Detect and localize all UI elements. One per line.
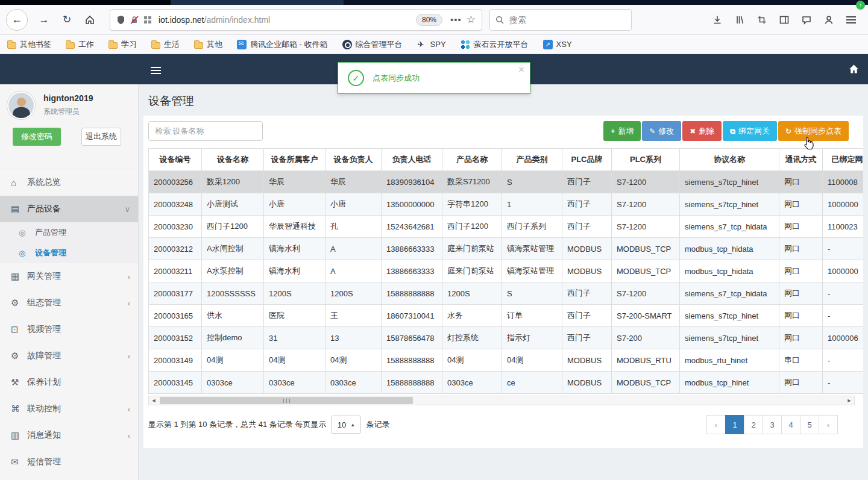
reload-button[interactable]: ↻ xyxy=(55,9,78,31)
table-row[interactable]: 200003211A水泵控制镇海水利A13886663333庭来门前泵站镇海泵站… xyxy=(149,260,864,282)
bookmark-item[interactable]: 其他书签 xyxy=(7,37,51,52)
bookmark-item[interactable]: 腾讯企业邮箱 - 收件箱 xyxy=(237,37,328,52)
page-button[interactable]: 2 xyxy=(744,415,763,434)
home-icon xyxy=(84,14,95,25)
url-bar[interactable]: iot.idosp.net/admin/index.html 80% ••• ☆ xyxy=(110,9,482,31)
library-icon[interactable] xyxy=(728,9,750,31)
column-header[interactable]: 协议名称 xyxy=(680,149,779,171)
table-row[interactable]: 20000314904测04测04测1588888888804测04测MODBU… xyxy=(149,349,864,372)
page-button[interactable]: 3 xyxy=(763,415,782,434)
zoom-indicator[interactable]: 80% xyxy=(416,14,442,26)
screenshot-icon[interactable] xyxy=(750,9,773,31)
column-header[interactable]: 负责人电话 xyxy=(382,149,442,171)
table-row[interactable]: 200003256数采1200华辰华辰18390936104数采S71200S西… xyxy=(149,171,864,193)
pocket-message-icon[interactable] xyxy=(795,9,817,31)
scrollbar-thumb[interactable] xyxy=(160,397,413,404)
table-row[interactable]: 2000031450303ce0303ce0303ce1588888888803… xyxy=(149,372,864,394)
bookmark-item[interactable]: 其他 xyxy=(194,37,222,52)
browser-home-button[interactable] xyxy=(78,9,101,31)
page-next-button[interactable]: › xyxy=(819,415,838,434)
shield-icon[interactable] xyxy=(116,15,125,25)
sidebar-toggle-icon[interactable] xyxy=(773,9,795,31)
menu-label: 故障管理 xyxy=(27,351,128,361)
table-row[interactable]: 2000031771200SSSSSS1200S1200S15888888888… xyxy=(149,282,864,305)
table-row[interactable]: 200003152控制demo311315878656478灯控系统指示灯西门子… xyxy=(149,327,864,349)
sidebar-item-产品设备[interactable]: ▤产品设备∨ xyxy=(0,196,139,222)
avatar[interactable] xyxy=(7,92,35,119)
table-cell: 1200S xyxy=(326,282,382,305)
bookmark-star-icon[interactable]: ☆ xyxy=(467,13,476,26)
account-icon[interactable] xyxy=(817,9,840,31)
table-cell: modbus_tcp_hidata xyxy=(680,238,779,260)
bookmark-item[interactable]: 综合管理平台 xyxy=(342,37,403,52)
column-header[interactable]: 通讯方式 xyxy=(779,149,823,171)
bookmark-item[interactable]: 萤石云开放平台 xyxy=(461,37,529,52)
table-row[interactable]: 200003230西门子1200华辰智通科技孔15243642681西门子120… xyxy=(149,216,864,238)
sidebar-item-视频管理[interactable]: ⊡视频管理 xyxy=(0,316,139,343)
logout-button[interactable]: 退出系统 xyxy=(81,128,121,146)
scroll-left-icon[interactable]: ◄ xyxy=(149,396,159,405)
forward-button[interactable]: → xyxy=(33,9,55,31)
table-cell: - xyxy=(823,349,864,372)
page-button[interactable]: 1 xyxy=(725,415,744,434)
sidebar-item-消息通知[interactable]: ▥消息通知‹ xyxy=(0,422,139,449)
sidebar-item-网关管理[interactable]: ▦网关管理‹ xyxy=(0,263,139,290)
column-header[interactable]: PLC品牌 xyxy=(562,149,612,171)
sidebar-item-产品管理[interactable]: ◎产品管理 xyxy=(0,222,139,243)
horizontal-scrollbar[interactable]: ◄ ► xyxy=(148,396,855,405)
page-prev-button[interactable]: ‹ xyxy=(706,415,726,434)
browser-update-badge-icon[interactable]: ↑ xyxy=(856,1,865,10)
bookmark-item[interactable]: 生活 xyxy=(151,37,180,52)
downloads-icon[interactable] xyxy=(706,9,728,31)
device-search-input[interactable] xyxy=(148,121,263,141)
sidebar-item-设备管理[interactable]: ◎设备管理 xyxy=(0,243,139,263)
column-header[interactable]: 已绑定网关 xyxy=(823,149,864,171)
chevron-left-icon: ‹ xyxy=(128,431,130,440)
page-actions-icon[interactable]: ••• xyxy=(450,14,462,25)
permissions-icon[interactable] xyxy=(143,16,152,24)
column-header[interactable]: 产品类别 xyxy=(502,149,562,171)
menu-hamburger-icon[interactable] xyxy=(840,9,862,31)
table-row[interactable]: 200003248小唐测试小唐小唐13500000000字符串12001西门子S… xyxy=(149,193,864,216)
delete-button[interactable]: ✖删除 xyxy=(682,121,722,141)
sidebar-item-系统总览[interactable]: ⌂系统总览 xyxy=(0,169,139,196)
page-button[interactable]: 4 xyxy=(781,415,800,434)
edit-button[interactable]: ✎修改 xyxy=(642,121,681,141)
toast-close-icon[interactable]: × xyxy=(518,64,524,76)
column-header[interactable]: 设备名称 xyxy=(202,149,264,171)
table-row[interactable]: 200003212A水闸控制镇海水利A13886663333庭来门前泵站镇海泵站… xyxy=(149,238,864,260)
sidebar-item-故障管理[interactable]: ⚙故障管理‹ xyxy=(0,343,139,369)
sidebar-item-联动控制[interactable]: ⌘联动控制‹ xyxy=(0,396,139,422)
back-button[interactable]: ← xyxy=(6,9,28,31)
page-size-select[interactable]: 10 ▲ xyxy=(331,416,361,434)
table-cell: 庭来门前泵站 xyxy=(442,238,502,260)
add-button[interactable]: +新增 xyxy=(603,121,641,141)
scroll-right-icon[interactable]: ► xyxy=(844,396,854,405)
bookmark-item[interactable]: 学习 xyxy=(108,37,137,52)
bind-gateway-button[interactable]: ⧉绑定网关 xyxy=(723,121,777,141)
sidebar-collapse-icon[interactable] xyxy=(151,65,161,76)
column-header[interactable]: 设备负责人 xyxy=(326,149,382,171)
page-button[interactable]: 5 xyxy=(800,415,819,434)
bookmark-item[interactable]: SPY xyxy=(417,37,446,52)
sidebar-item-短信管理[interactable]: ✉短信管理 xyxy=(0,449,139,475)
column-header[interactable]: 设备所属客户 xyxy=(264,149,326,171)
menu-sitemap-icon: ⌘ xyxy=(11,404,27,414)
column-header[interactable]: 设备编号 xyxy=(149,149,202,171)
insecure-lock-icon[interactable] xyxy=(130,15,139,25)
table-row[interactable]: 200003165供水医院王18607310041水务订单西门子S7-200-S… xyxy=(149,305,864,327)
table-cell: 指示灯 xyxy=(502,327,562,349)
sidebar-item-clipped[interactable]: ▦ xyxy=(0,475,139,480)
browser-search-input[interactable] xyxy=(508,14,611,25)
browser-search-bar[interactable] xyxy=(489,9,632,31)
table-cell: 15888888888 xyxy=(382,282,442,305)
change-password-button[interactable]: 修改密码 xyxy=(13,128,61,146)
bookmark-item[interactable]: 工作 xyxy=(66,37,94,52)
column-header[interactable]: 产品名称 xyxy=(442,149,502,171)
url-text[interactable]: iot.idosp.net/admin/index.html xyxy=(159,15,412,25)
bookmark-item[interactable]: XSY xyxy=(543,37,572,52)
sidebar-item-保养计划[interactable]: ⚒保养计划 xyxy=(0,369,139,396)
app-home-icon[interactable] xyxy=(848,63,860,78)
sidebar-item-组态管理[interactable]: ⚙组态管理‹ xyxy=(0,290,139,316)
column-header[interactable]: PLC系列 xyxy=(612,149,680,171)
